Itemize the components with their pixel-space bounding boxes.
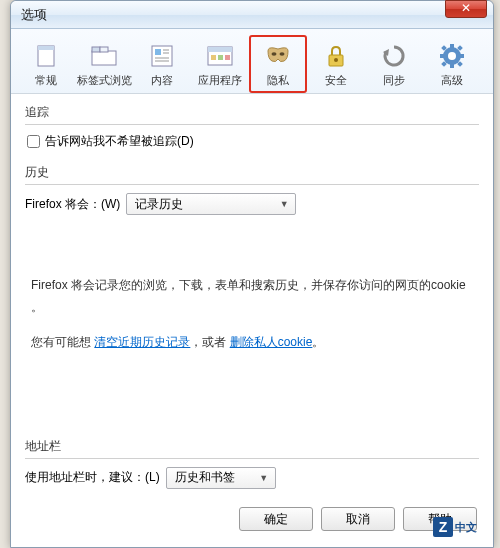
tab-general[interactable]: 常规 [17, 35, 75, 93]
gear-icon [437, 41, 467, 71]
tab-label: 高级 [441, 73, 463, 88]
cancel-button[interactable]: 取消 [321, 507, 395, 531]
tab-security[interactable]: 安全 [307, 35, 365, 93]
applications-icon [205, 41, 235, 71]
history-title: 历史 [25, 164, 479, 185]
history-prefix: Firefox 将会：(W) [25, 196, 120, 213]
svg-rect-15 [225, 55, 230, 60]
history-mode-dropdown[interactable]: 记录历史 ▼ [126, 193, 296, 215]
toolbar: 常规 标签式浏览 内容 应用程序 隐私 [11, 29, 493, 94]
svg-rect-2 [92, 51, 116, 65]
tab-tabs[interactable]: 标签式浏览 [75, 35, 133, 93]
svg-rect-6 [155, 49, 161, 55]
sync-icon [379, 41, 409, 71]
svg-rect-25 [440, 54, 445, 58]
svg-rect-13 [211, 55, 216, 60]
description-text: Firefox 将会记录您的浏览，下载，表单和搜索历史，并保存你访问的网页的co… [31, 275, 473, 318]
options-window: 选项 ✕ 常规 标签式浏览 内容 [10, 0, 494, 548]
do-not-track-checkbox[interactable] [27, 135, 40, 148]
svg-rect-26 [459, 54, 464, 58]
svg-rect-4 [100, 47, 108, 52]
svg-point-22 [448, 52, 456, 60]
addressbar-prefix: 使用地址栏时，建议：(L) [25, 469, 160, 486]
content-icon [147, 41, 177, 71]
addressbar-suggest-row: 使用地址栏时，建议：(L) 历史和书签 ▼ [25, 467, 479, 489]
close-icon: ✕ [461, 1, 471, 15]
lock-icon [321, 41, 351, 71]
dropdown-value: 历史和书签 [175, 469, 235, 486]
addressbar-section: 地址栏 使用地址栏时，建议：(L) 历史和书签 ▼ [25, 438, 479, 489]
tab-applications[interactable]: 应用程序 [191, 35, 249, 93]
tab-sync[interactable]: 同步 [365, 35, 423, 93]
general-icon [31, 41, 61, 71]
tabs-icon [89, 41, 119, 71]
svg-rect-24 [450, 63, 454, 68]
chevron-down-icon: ▼ [277, 199, 291, 209]
close-button[interactable]: ✕ [445, 0, 487, 18]
clear-history-link[interactable]: 清空近期历史记录 [94, 335, 190, 349]
tracking-section: 追踪 告诉网站我不希望被追踪(D) [25, 104, 479, 150]
tab-label: 应用程序 [198, 73, 242, 88]
tab-content[interactable]: 内容 [133, 35, 191, 93]
tab-label: 内容 [151, 73, 173, 88]
svg-rect-14 [218, 55, 223, 60]
tab-label: 标签式浏览 [77, 73, 132, 88]
tracking-title: 追踪 [25, 104, 479, 125]
chevron-down-icon: ▼ [257, 473, 271, 483]
tab-advanced[interactable]: 高级 [423, 35, 481, 93]
tab-label: 安全 [325, 73, 347, 88]
history-section: 历史 Firefox 将会：(W) 记录历史 ▼ Firefox 将会记录您的浏… [25, 164, 479, 378]
content-area: 追踪 告诉网站我不希望被追踪(D) 历史 Firefox 将会：(W) 记录历史… [11, 94, 493, 513]
svg-point-17 [280, 52, 285, 56]
tab-label: 隐私 [267, 73, 289, 88]
dropdown-value: 记录历史 [135, 196, 183, 213]
addressbar-suggest-dropdown[interactable]: 历史和书签 ▼ [166, 467, 276, 489]
ok-button[interactable]: 确定 [239, 507, 313, 531]
svg-rect-12 [208, 47, 232, 52]
titlebar: 选项 ✕ [11, 1, 493, 29]
help-button[interactable]: 帮助 [403, 507, 477, 531]
tab-label: 同步 [383, 73, 405, 88]
history-mode-row: Firefox 将会：(W) 记录历史 ▼ [25, 193, 479, 215]
window-title: 选项 [21, 6, 489, 24]
privacy-mask-icon [263, 41, 293, 71]
svg-rect-23 [450, 44, 454, 49]
tab-label: 常规 [35, 73, 57, 88]
svg-point-19 [334, 58, 338, 62]
suggestion-line: 您有可能想 清空近期历史记录，或者 删除私人cookie。 [31, 332, 473, 354]
delete-cookies-link[interactable]: 删除私人cookie [230, 335, 313, 349]
svg-rect-3 [92, 47, 100, 52]
svg-rect-1 [38, 46, 54, 50]
dialog-buttons: 确定 取消 帮助 [225, 497, 491, 541]
history-description: Firefox 将会记录您的浏览，下载，表单和搜索历史，并保存你访问的网页的co… [25, 225, 479, 378]
addressbar-title: 地址栏 [25, 438, 479, 459]
do-not-track-checkbox-row[interactable]: 告诉网站我不希望被追踪(D) [25, 133, 479, 150]
svg-point-16 [272, 52, 277, 56]
tab-privacy[interactable]: 隐私 [249, 35, 307, 93]
checkbox-label: 告诉网站我不希望被追踪(D) [45, 133, 194, 150]
